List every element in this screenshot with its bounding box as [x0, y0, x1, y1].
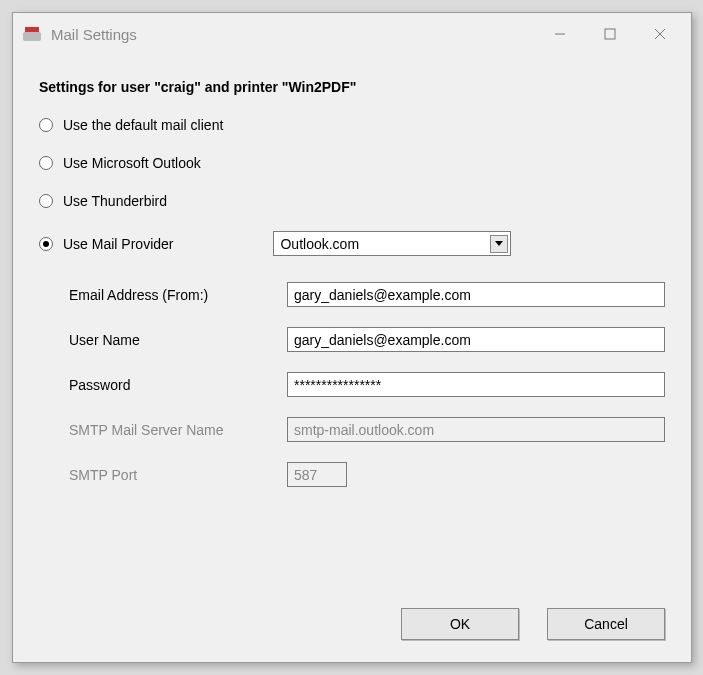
- radio-mail-provider[interactable]: [39, 237, 53, 251]
- radio-microsoft-outlook[interactable]: Use Microsoft Outlook: [39, 155, 665, 171]
- maximize-icon: [604, 28, 616, 40]
- mail-settings-window: Mail Settings Settings for user "craig" …: [12, 12, 692, 663]
- select-value: Outlook.com: [280, 236, 490, 252]
- radio-label: Use the default mail client: [63, 117, 223, 133]
- settings-heading: Settings for user "craig" and printer "W…: [39, 79, 665, 95]
- smtp-port-label: SMTP Port: [69, 467, 287, 483]
- radio-label: Use Microsoft Outlook: [63, 155, 201, 171]
- user-name-input[interactable]: [287, 327, 665, 352]
- ok-button[interactable]: OK: [401, 608, 519, 640]
- radio-icon: [39, 194, 53, 208]
- password-label: Password: [69, 377, 287, 393]
- close-icon: [654, 28, 666, 40]
- radio-label: Use Thunderbird: [63, 193, 167, 209]
- content-area: Settings for user "craig" and printer "W…: [13, 55, 691, 662]
- maximize-button[interactable]: [585, 16, 635, 52]
- radio-default-mail-client[interactable]: Use the default mail client: [39, 117, 665, 133]
- user-name-label: User Name: [69, 332, 287, 348]
- radio-icon: [39, 156, 53, 170]
- smtp-port-input: [287, 462, 347, 487]
- svg-rect-1: [605, 29, 615, 39]
- minimize-button[interactable]: [535, 16, 585, 52]
- email-address-label: Email Address (From:): [69, 287, 287, 303]
- close-button[interactable]: [635, 16, 685, 52]
- smtp-server-input: [287, 417, 665, 442]
- radio-label: Use Mail Provider: [63, 236, 173, 252]
- radio-thunderbird[interactable]: Use Thunderbird: [39, 193, 665, 209]
- printer-icon: [23, 27, 41, 41]
- window-title: Mail Settings: [51, 26, 535, 43]
- smtp-server-label: SMTP Mail Server Name: [69, 422, 287, 438]
- minimize-icon: [554, 28, 566, 40]
- mail-provider-select[interactable]: Outlook.com: [273, 231, 511, 256]
- dropdown-icon: [490, 235, 508, 253]
- cancel-button[interactable]: Cancel: [547, 608, 665, 640]
- radio-icon: [39, 118, 53, 132]
- password-input[interactable]: [287, 372, 665, 397]
- titlebar: Mail Settings: [13, 13, 691, 55]
- email-address-input[interactable]: [287, 282, 665, 307]
